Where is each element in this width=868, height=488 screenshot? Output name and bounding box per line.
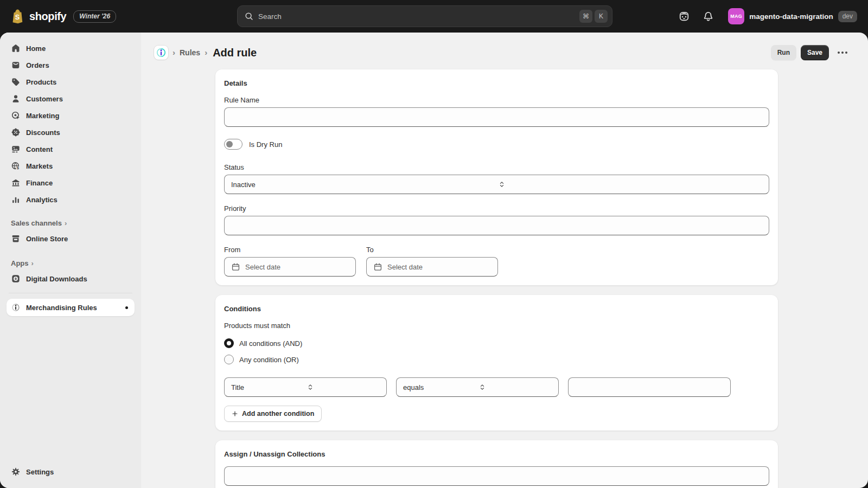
orders-icon bbox=[11, 60, 21, 70]
home-icon bbox=[11, 43, 21, 53]
sidebar-item-label: Settings bbox=[26, 468, 54, 476]
sidebar-item-content[interactable]: Content bbox=[7, 141, 135, 157]
sidebar-item-online-store[interactable]: Online Store bbox=[7, 230, 135, 247]
shopify-bag-logo-icon: S bbox=[11, 9, 24, 24]
from-date-placeholder: Select date bbox=[245, 263, 280, 271]
kbd-k: K bbox=[595, 10, 608, 23]
sidebar-item-label: Merchandising Rules bbox=[26, 304, 97, 312]
svg-text:$: $ bbox=[17, 165, 20, 170]
radio-checked-icon bbox=[224, 338, 234, 348]
sidebar-item-label: Analytics bbox=[26, 196, 58, 204]
select-updown-icon bbox=[497, 180, 764, 189]
chevron-right-icon: › bbox=[31, 259, 34, 267]
from-date-picker[interactable]: Select date bbox=[224, 257, 356, 277]
edition-badge[interactable]: Winter '26 bbox=[73, 10, 116, 23]
kbd-command: ⌘ bbox=[579, 10, 592, 23]
to-date-picker[interactable]: Select date bbox=[366, 257, 498, 277]
select-updown-icon bbox=[478, 383, 553, 391]
details-card-title: Details bbox=[224, 78, 769, 89]
svg-text:S: S bbox=[15, 14, 20, 21]
storefront-icon bbox=[11, 234, 21, 243]
app-frame: Home Orders Products bbox=[0, 33, 868, 488]
run-button[interactable]: Run bbox=[771, 45, 796, 60]
discounts-badge-icon bbox=[11, 127, 21, 137]
search-icon bbox=[244, 11, 254, 21]
global-search[interactable]: Search ⌘ K bbox=[237, 5, 612, 27]
dry-run-toggle[interactable] bbox=[224, 139, 242, 150]
sidebar-item-customers[interactable]: Customers bbox=[7, 91, 135, 107]
rule-name-input[interactable] bbox=[224, 107, 769, 127]
sidebar-item-settings[interactable]: Settings bbox=[7, 464, 135, 480]
condition-value-input[interactable] bbox=[568, 377, 731, 397]
plus-icon bbox=[232, 410, 238, 417]
sidebar-item-label: Customers bbox=[26, 95, 63, 103]
condition-field-value: Title bbox=[231, 383, 306, 391]
save-button[interactable]: Save bbox=[801, 45, 829, 60]
status-select-value: Inactive bbox=[231, 181, 497, 189]
more-actions-button[interactable] bbox=[833, 45, 852, 60]
sidebar-item-discounts[interactable]: Discounts bbox=[7, 124, 135, 140]
select-updown-icon bbox=[306, 383, 381, 391]
sidebar-item-digital-downloads[interactable]: Digital Downloads bbox=[7, 271, 135, 287]
radio-any-condition[interactable]: Any condition (OR) bbox=[224, 355, 769, 364]
chevron-right-icon: › bbox=[205, 48, 207, 58]
rule-name-label: Rule Name bbox=[224, 95, 769, 105]
account-menu[interactable]: MAG magento-data-migration dev bbox=[728, 8, 857, 24]
sidebar-item-label: Markets bbox=[26, 162, 53, 170]
radio-unchecked-icon bbox=[224, 355, 234, 364]
add-another-condition-button[interactable]: Add another condition bbox=[224, 406, 322, 422]
breadcrumb-rules-link[interactable]: Rules bbox=[180, 48, 200, 57]
content-media-icon bbox=[11, 144, 21, 154]
sidebar-item-marketing[interactable]: Marketing bbox=[7, 107, 135, 124]
markets-globe-icon: $ bbox=[11, 161, 21, 171]
chevron-right-icon: › bbox=[173, 48, 175, 58]
collections-card: Assign / Unassign Collections bbox=[215, 440, 778, 488]
conditions-card: Conditions Products must match All condi… bbox=[215, 295, 778, 431]
status-select[interactable]: Inactive bbox=[224, 175, 769, 194]
sidekick-button[interactable] bbox=[675, 7, 693, 25]
sidebar-item-label: Home bbox=[26, 44, 46, 53]
radio-all-conditions[interactable]: All conditions (AND) bbox=[224, 338, 769, 348]
sidebar-item-merchandising-rules[interactable]: Merchandising Rules bbox=[7, 299, 135, 316]
calendar-icon bbox=[373, 262, 382, 272]
merchandising-rules-app-logo-icon[interactable] bbox=[154, 46, 168, 60]
merchandising-rules-app-icon bbox=[11, 303, 21, 312]
sidebar-divider bbox=[9, 293, 132, 293]
condition-field-select[interactable]: Title bbox=[224, 377, 387, 397]
sidebar-item-finance[interactable]: Finance bbox=[7, 175, 135, 191]
sidebar-item-products[interactable]: Products bbox=[7, 74, 135, 90]
sidebar-item-label: Digital Downloads bbox=[26, 275, 87, 283]
sidebar-item-markets[interactable]: $ Markets bbox=[7, 158, 135, 174]
sidebar-item-orders[interactable]: Orders bbox=[7, 57, 135, 73]
sidebar-item-label: Content bbox=[26, 145, 53, 153]
breadcrumb: › Rules › Add rule bbox=[154, 46, 257, 60]
sales-channels-header[interactable]: Sales channels › bbox=[7, 215, 135, 230]
finance-bank-icon bbox=[11, 178, 21, 188]
notifications-bell-icon[interactable] bbox=[699, 7, 717, 25]
main-content: › Rules › Add rule Run Save Details Rule… bbox=[141, 33, 868, 488]
calendar-icon bbox=[231, 262, 240, 272]
toggle-knob bbox=[226, 141, 233, 147]
priority-label: Priority bbox=[224, 204, 769, 214]
apps-header[interactable]: Apps › bbox=[7, 255, 135, 271]
status-label: Status bbox=[224, 163, 769, 172]
to-label: To bbox=[366, 245, 498, 255]
search-placeholder: Search bbox=[258, 12, 577, 21]
sidebar-item-home[interactable]: Home bbox=[7, 40, 135, 56]
sidebar-item-label: Marketing bbox=[26, 112, 59, 120]
gear-icon bbox=[11, 467, 21, 477]
sidebar-item-label: Online Store bbox=[26, 235, 68, 243]
priority-input[interactable] bbox=[224, 216, 769, 235]
collections-input[interactable] bbox=[224, 466, 769, 486]
condition-operator-value: equals bbox=[403, 383, 478, 391]
environment-badge: dev bbox=[838, 11, 857, 22]
details-card: Details Rule Name Is Dry Run Status Inac… bbox=[215, 69, 778, 285]
to-date-placeholder: Select date bbox=[387, 263, 423, 271]
topbar: S shopify Winter '26 Search ⌘ K bbox=[0, 0, 868, 33]
sidebar-item-analytics[interactable]: Analytics bbox=[7, 191, 135, 208]
marketing-target-icon bbox=[11, 111, 21, 120]
condition-operator-select[interactable]: equals bbox=[396, 377, 559, 397]
notification-dot bbox=[125, 306, 128, 309]
from-label: From bbox=[224, 245, 356, 255]
shopify-brand[interactable]: S shopify Winter '26 bbox=[0, 9, 116, 24]
